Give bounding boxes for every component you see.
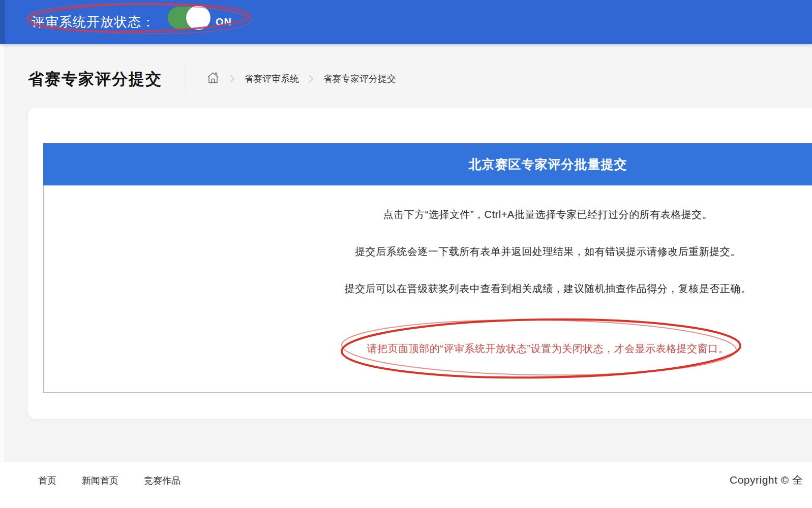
chevron-right-icon xyxy=(229,74,235,83)
title-divider xyxy=(186,65,186,93)
footer: 首页 新闻首页 竞赛作品 xyxy=(0,462,812,508)
page-title: 省赛专家评分提交 xyxy=(28,69,162,89)
footer-link-news[interactable]: 新闻首页 xyxy=(82,474,118,487)
instruction-line-1: 点击下方“选择文件”，Ctrl+A批量选择专家已经打过分的所有表格提交。 xyxy=(44,207,812,222)
topbar: 评审系统开放状态： ON xyxy=(0,0,812,44)
warning-text: 请把页面顶部的“评审系统开放状态”设置为关闭状态，才会显示表格提交窗口。 xyxy=(44,341,812,356)
content-card: 北京赛区专家评分批量提交 点击下方“选择文件”，Ctrl+A批量选择专家已经打过… xyxy=(28,108,812,419)
instruction-line-3: 提交后可以在晋级获奖列表中查看到相关成绩，建议随机抽查作品得分，复核是否正确。 xyxy=(44,281,812,296)
toggle-state-label: ON xyxy=(216,0,232,44)
footer-links: 首页 新闻首页 竞赛作品 xyxy=(38,474,181,487)
chevron-right-icon xyxy=(308,74,314,83)
review-system-toggle[interactable] xyxy=(168,7,209,29)
breadcrumb: 省赛评审系统 省赛专家评分提交 xyxy=(206,69,396,89)
instruction-line-2: 提交后系统会逐一下载所有表单并返回处理结果，如有错误提示请修改后重新提交。 xyxy=(44,244,812,259)
panel-header: 北京赛区专家评分批量提交 xyxy=(43,143,812,185)
review-system-status-label: 评审系统开放状态： xyxy=(32,0,155,44)
breadcrumb-item-review-system[interactable]: 省赛评审系统 xyxy=(244,73,299,85)
footer-link-home[interactable]: 首页 xyxy=(38,474,56,487)
toggle-knob xyxy=(186,6,210,30)
left-page-strip xyxy=(0,44,4,462)
home-icon xyxy=(206,71,220,87)
copyright-text: Copyright © 全 xyxy=(730,473,803,487)
breadcrumb-current-page: 省赛专家评分提交 xyxy=(323,73,396,85)
batch-submit-panel: 北京赛区专家评分批量提交 点击下方“选择文件”，Ctrl+A批量选择专家已经打过… xyxy=(43,143,812,393)
footer-link-competition-works[interactable]: 竞赛作品 xyxy=(144,474,181,487)
panel-body: 点击下方“选择文件”，Ctrl+A批量选择专家已经打过分的所有表格提交。 提交后… xyxy=(43,185,812,393)
breadcrumb-home-link[interactable] xyxy=(206,71,220,87)
topbar-accent-strip xyxy=(0,0,5,44)
